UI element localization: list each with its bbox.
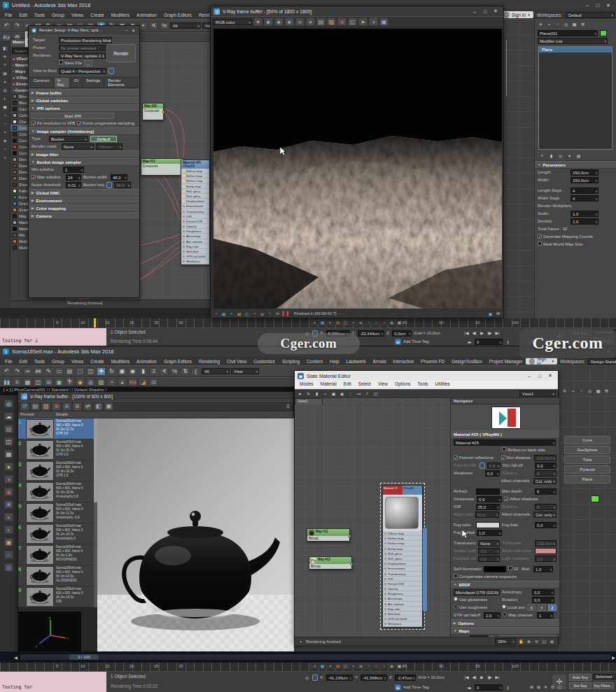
node-slot[interactable]: Reflect map bbox=[181, 174, 209, 178]
set-a-icon[interactable]: A bbox=[62, 402, 71, 411]
tool-icon[interactable]: ◍ bbox=[2, 87, 8, 93]
color-swatch[interactable] bbox=[476, 488, 500, 495]
zoom-out-icon[interactable]: ⊖ bbox=[533, 638, 540, 644]
lock[interactable] bbox=[106, 182, 112, 188]
mirror-icon[interactable]: ▮▮ bbox=[2, 378, 11, 386]
menu-item[interactable]: Edit bbox=[15, 358, 30, 365]
microfacet-gtr-ggx[interactable]: Microfacet GTR (GGX) bbox=[454, 589, 500, 595]
tool-icon[interactable]: ▦ bbox=[4, 450, 13, 458]
node-output-socket[interactable] bbox=[348, 535, 351, 537]
node-slot[interactable]: Opacity bbox=[383, 586, 422, 591]
color-correction-icon[interactable]: ◑ bbox=[369, 17, 378, 26]
modify-tab-icon[interactable]: ⌁ bbox=[546, 21, 552, 27]
status-tool-icon[interactable]: ◫ bbox=[342, 319, 349, 325]
menu-item[interactable]: Interactive bbox=[389, 358, 417, 365]
status-tool-icon[interactable]: ▫ bbox=[373, 319, 379, 325]
reflect-on-back-side[interactable]: Reflect on back side bbox=[502, 447, 545, 453]
0-9[interactable]: 0,9 bbox=[477, 496, 502, 502]
use-glossiness[interactable]: Use glossiness bbox=[454, 597, 500, 603]
tool-icon[interactable]: ◑ bbox=[4, 475, 13, 483]
menu-item[interactable]: DesignToolBox bbox=[448, 358, 485, 365]
tool-icon[interactable]: ◐ bbox=[2, 95, 8, 101]
status-tool-icon[interactable]: ⊞ bbox=[358, 663, 364, 669]
tool-icon[interactable]: ▤ bbox=[4, 425, 13, 433]
node-slot[interactable]: Fresnel IOR bbox=[181, 219, 209, 224]
node-slot[interactable]: Ani. rotation bbox=[181, 239, 209, 244]
region-icon[interactable]: ▣ bbox=[487, 311, 493, 317]
node-slot[interactable]: Fresnel IOR bbox=[383, 581, 422, 586]
tool-icon[interactable]: ◉ bbox=[4, 488, 13, 496]
maximize-button[interactable]: □ bbox=[535, 372, 545, 380]
history-row[interactable]: 3Scena18Self.max600 x 600, frame 00h 3m … bbox=[18, 460, 97, 481]
save-file-checkbox[interactable]: Save File bbox=[59, 60, 82, 66]
object-name-field[interactable]: Plane001 bbox=[538, 30, 598, 36]
maximize-button[interactable]: □ bbox=[593, 1, 603, 9]
tool-icon[interactable]: ◆ bbox=[2, 137, 8, 143]
1-0[interactable]: 1,0 bbox=[477, 530, 502, 536]
menu-item[interactable]: File bbox=[1, 358, 15, 365]
hierarchy-tab-icon[interactable]: ⌔ bbox=[554, 21, 561, 27]
0-0[interactable]: 0,0 bbox=[532, 589, 554, 595]
transport-button[interactable]: |◀ bbox=[463, 330, 470, 336]
node-slot[interactable]: Self-illum bbox=[181, 249, 209, 254]
delete-icon[interactable]: ▮ bbox=[314, 390, 320, 397]
pan-hand-icon[interactable]: ✋ bbox=[518, 638, 524, 644]
node-slot[interactable]: Roughness bbox=[383, 591, 422, 596]
history-save-icon[interactable]: ▤ bbox=[31, 402, 40, 411]
8[interactable]: 8 bbox=[535, 470, 556, 476]
status-tool-icon[interactable]: ⊞ bbox=[358, 319, 364, 325]
rollout-global-dmc[interactable]: ▶Global DMC bbox=[29, 189, 139, 197]
timeline-ruler[interactable]: 51015202530 ▪▦▪▤◫▪⊞◔▫▪◉▣ 859095100 bbox=[0, 318, 616, 327]
rollout-options[interactable]: ▶Options bbox=[451, 619, 559, 627]
angle-snap-icon[interactable]: ∢ bbox=[149, 22, 158, 30]
status-tool-icon[interactable]: ▣ bbox=[396, 319, 402, 325]
key-mode-icon[interactable]: ⚷ bbox=[505, 339, 511, 345]
node-slot[interactable]: Refr. gloss. bbox=[383, 556, 422, 561]
status-tool-icon[interactable]: ◉ bbox=[388, 663, 395, 669]
gi[interactable]: GI bbox=[508, 566, 519, 572]
time-slider-track[interactable]: 0 / 100 bbox=[20, 654, 611, 661]
node-slot[interactable]: Refl. gloss. bbox=[383, 551, 422, 556]
isolate-selection-icon[interactable]: ◎ bbox=[304, 675, 310, 681]
vfb-status-icon[interactable]: ▪ bbox=[251, 311, 258, 317]
x-coordinate-field[interactable]: -41,136cm bbox=[326, 675, 353, 681]
selection-set-dropdown[interactable]: Selected bbox=[593, 674, 616, 679]
parameters-rollout[interactable]: Parameters bbox=[542, 163, 566, 167]
lock[interactable] bbox=[479, 462, 485, 469]
channel-dropdown[interactable]: RGB color bbox=[213, 19, 252, 25]
tool-icon[interactable]: ● bbox=[2, 154, 8, 160]
vfb-status-icon[interactable]: ◫ bbox=[244, 311, 250, 317]
menu-item[interactable]: Civil View bbox=[223, 358, 250, 365]
layer-manager-icon[interactable]: ▦ bbox=[23, 378, 32, 386]
view-lock-icon[interactable] bbox=[108, 68, 114, 74]
tool-icon[interactable]: ☁ bbox=[4, 412, 13, 421]
material-editor-icon[interactable]: ◉ bbox=[76, 378, 85, 386]
history-row[interactable]: 5Scena18Self.max600 x 600, frame 00h 3m … bbox=[18, 502, 97, 523]
menu-item[interactable]: Options bbox=[391, 381, 414, 389]
menu-item[interactable]: Group bbox=[48, 358, 68, 365]
status-tool-icon[interactable]: ◉ bbox=[388, 319, 395, 325]
show-maps-icon[interactable]: ◉ bbox=[339, 390, 345, 397]
fresnel-reflections[interactable]: ✓Fresnel reflections bbox=[454, 455, 499, 461]
status-tool-icon[interactable]: ▫ bbox=[373, 663, 379, 669]
prev-frame-button[interactable]: ◀ bbox=[13, 654, 19, 661]
remove-modifier-icon[interactable]: ▾ bbox=[566, 153, 573, 159]
start-ipr-button[interactable]: Start IPR bbox=[31, 113, 114, 119]
history-row[interactable]: 9Scena18Self.max600 x 600, frame 00h 2m … bbox=[18, 586, 97, 607]
menu-item[interactable]: Tools bbox=[31, 12, 48, 18]
menu-item[interactable]: Help bbox=[326, 358, 342, 365]
utilities-tab-icon[interactable]: ⚒ bbox=[603, 388, 610, 394]
y-coordinate-field[interactable]: -41,568cm bbox=[360, 675, 387, 681]
status-tool-icon[interactable]: ▪ bbox=[327, 663, 333, 669]
sign-in-button[interactable]: ◦Sign In▾ bbox=[500, 11, 533, 18]
close-button[interactable]: ✕ bbox=[545, 372, 555, 380]
named-selection-icon[interactable]: { bbox=[191, 367, 200, 376]
rollout-ipr-options[interactable]: ▼IPR options bbox=[29, 104, 139, 112]
hide-unused-slots-icon[interactable]: ⊶ bbox=[356, 390, 362, 397]
node-slot[interactable]: GTR tail falloff bbox=[181, 254, 209, 259]
menu-item[interactable]: Rendering bbox=[195, 358, 223, 365]
window-crossing-icon[interactable]: ◫ bbox=[86, 367, 95, 376]
transport-button[interactable]: |◀ bbox=[463, 674, 470, 680]
node-slot[interactable]: Roughness bbox=[181, 229, 209, 234]
render-setup-tab[interactable]: Settings bbox=[83, 77, 104, 87]
